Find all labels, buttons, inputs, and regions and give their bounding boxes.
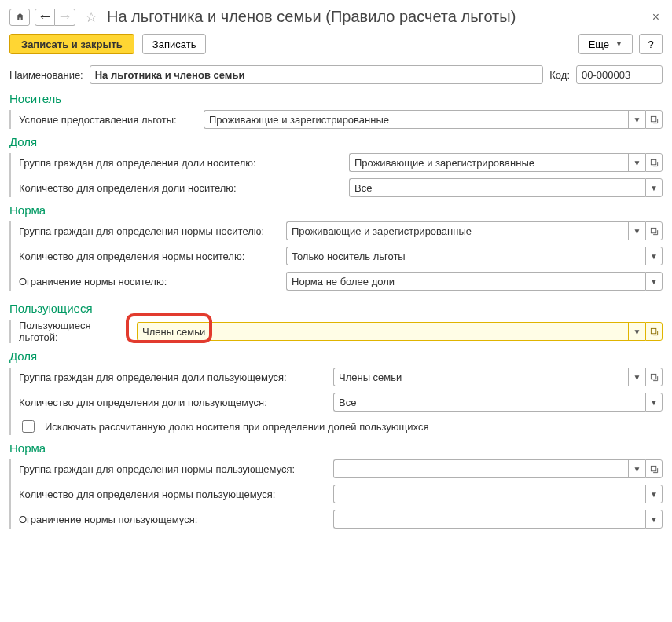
users-norm-group-label: Группа граждан для определения нормы пол… [19, 463, 333, 475]
svg-rect-2 [651, 228, 655, 232]
chevron-down-icon: ▼ [615, 40, 622, 48]
section-users: Пользующиеся [9, 302, 663, 315]
carrier-norm-group-label: Группа граждан для определения нормы нос… [19, 225, 286, 237]
users-share-qty-combo[interactable]: Все ▼ [333, 393, 663, 412]
open-icon[interactable] [645, 368, 663, 386]
users-who-combo[interactable]: Члены семьи ▼ [137, 322, 663, 341]
save-close-button[interactable]: Записать и закрыть [9, 34, 134, 54]
users-who-label: Пользующиеся льготой: [19, 320, 137, 343]
users-share-qty-label: Количество для определения доли пользующ… [19, 397, 333, 408]
chevron-down-icon[interactable]: ▼ [628, 459, 645, 478]
chevron-down-icon[interactable]: ▼ [645, 510, 663, 529]
chevron-down-icon[interactable]: ▼ [645, 178, 663, 197]
open-icon[interactable] [645, 153, 663, 172]
open-icon[interactable] [645, 221, 663, 240]
chevron-down-icon[interactable]: ▼ [645, 393, 663, 412]
chevron-down-icon[interactable]: ▼ [628, 221, 645, 240]
chevron-down-icon[interactable]: ▼ [628, 322, 645, 341]
users-norm-qty-combo[interactable]: ▼ [333, 485, 663, 503]
svg-rect-0 [651, 116, 655, 121]
open-icon[interactable] [645, 322, 663, 341]
svg-rect-3 [651, 328, 655, 333]
code-input[interactable]: 00-000003 [576, 65, 663, 84]
users-norm-limit-label: Ограничение нормы пользующемуся: [19, 514, 333, 525]
carrier-share-qty-combo[interactable]: Все ▼ [349, 178, 663, 197]
carrier-share-group-label: Группа граждан для определения доли носи… [19, 157, 349, 169]
home-button[interactable] [9, 9, 30, 26]
name-input[interactable]: На льготника и членов семьи [90, 65, 544, 84]
users-norm-group-combo[interactable]: ▼ [333, 459, 663, 478]
help-button[interactable]: ? [639, 34, 663, 54]
users-share-group-combo[interactable]: Члены семьи ▼ [333, 368, 663, 386]
chevron-down-icon[interactable]: ▼ [628, 153, 645, 172]
more-button[interactable]: Еще ▼ [578, 34, 633, 54]
carrier-share-group-combo[interactable]: Проживающие и зарегистрированные ▼ [349, 153, 663, 172]
cond-combo[interactable]: Проживающие и зарегистрированные ▼ [204, 110, 663, 129]
carrier-norm-group-combo[interactable]: Проживающие и зарегистрированные ▼ [286, 221, 663, 240]
section-users-norm: Норма [9, 441, 663, 455]
chevron-down-icon[interactable]: ▼ [628, 110, 645, 129]
users-share-group-label: Группа граждан для определения доли поль… [19, 371, 333, 383]
carrier-norm-limit-combo[interactable]: Норма не более доли ▼ [286, 272, 663, 291]
save-button[interactable]: Записать [142, 34, 207, 54]
section-users-share: Доля [9, 349, 663, 363]
star-icon[interactable]: ☆ [85, 9, 97, 26]
open-icon[interactable] [645, 110, 663, 129]
name-label: Наименование: [9, 69, 83, 81]
users-norm-limit-combo[interactable]: ▼ [333, 510, 663, 529]
svg-rect-1 [651, 159, 655, 164]
exclude-label: Исключать рассчитанную долю носителя при… [45, 421, 428, 433]
chevron-down-icon[interactable]: ▼ [645, 272, 663, 291]
exclude-checkbox[interactable] [22, 420, 35, 433]
code-label: Код: [549, 69, 570, 81]
forward-button[interactable]: 🡒 [55, 9, 75, 26]
page-title: На льготника и членов семьи (Правило рас… [107, 8, 516, 26]
close-icon[interactable]: × [649, 10, 663, 24]
chevron-down-icon[interactable]: ▼ [645, 247, 663, 265]
carrier-norm-qty-combo[interactable]: Только носитель льготы ▼ [286, 247, 663, 265]
open-icon[interactable] [645, 459, 663, 478]
chevron-down-icon[interactable]: ▼ [628, 368, 645, 386]
svg-rect-4 [651, 374, 655, 379]
section-carrier-share: Доля [9, 135, 663, 148]
back-button[interactable]: 🡐 [35, 9, 55, 26]
chevron-down-icon[interactable]: ▼ [645, 485, 663, 503]
users-norm-qty-label: Количество для определения нормы пользую… [19, 488, 333, 500]
carrier-norm-limit-label: Ограничение нормы носителю: [19, 276, 286, 287]
carrier-share-qty-label: Количество для определения доли носителю… [19, 182, 349, 194]
section-carrier-norm: Норма [9, 203, 663, 217]
cond-label: Условие предоставления льготы: [19, 114, 204, 126]
carrier-norm-qty-label: Количество для определения нормы носител… [19, 251, 286, 262]
section-carrier: Носитель [9, 92, 663, 105]
svg-rect-5 [651, 466, 655, 470]
